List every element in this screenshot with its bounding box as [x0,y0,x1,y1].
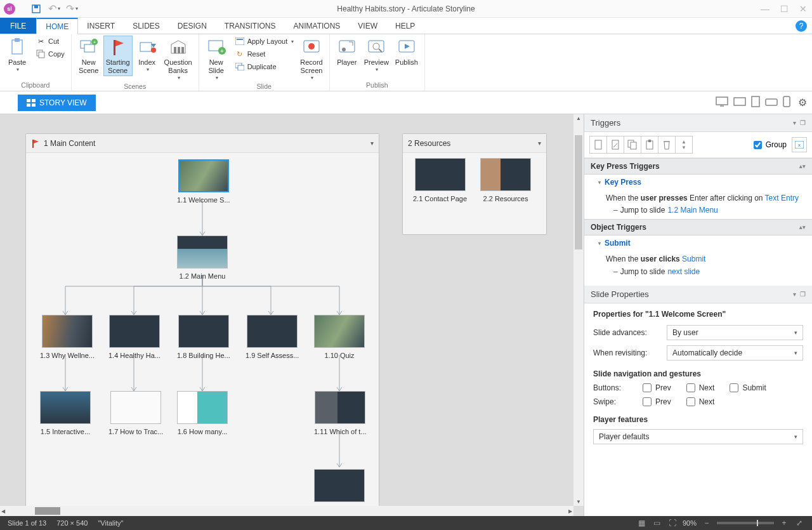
starting-scene-button[interactable]: Starting Scene [103,36,133,76]
slide-thumb[interactable]: 2.1 Contact Page [413,158,467,202]
move-trigger-button[interactable]: ▲▼ [675,136,693,154]
zoom-fit-icon[interactable]: ⤢ [794,519,804,527]
group-checkbox[interactable] [754,141,762,149]
trigger-submit[interactable]: ▾Submit [584,235,812,251]
slide-thumb[interactable]: 1.9 Self Assess... [246,315,299,359]
scene-menu-icon[interactable]: ▾ [370,140,374,147]
copy-button[interactable]: Copy [33,48,67,60]
delete-trigger-button[interactable] [658,136,676,154]
save-icon[interactable] [30,3,42,15]
buttons-prev-checkbox[interactable] [643,383,652,392]
scene-menu-icon[interactable]: ▾ [538,140,541,147]
preview-button[interactable]: Preview ▾ [362,36,391,74]
new-scene-button[interactable]: + New Scene [75,36,102,76]
slide-thumb[interactable]: 2.2 Resources [480,158,531,202]
edit-trigger-button[interactable] [606,136,624,154]
status-grid-icon[interactable]: ▦ [637,519,647,527]
tab-file[interactable]: FILE [0,18,36,34]
redo-icon[interactable]: ↷▾ [66,3,77,15]
device-tablet-landscape-icon[interactable] [733,97,746,109]
features-select[interactable]: Player defaults▾ [593,429,803,444]
close-button[interactable]: ✕ [797,4,809,14]
slide-thumbnail-image[interactable] [480,158,531,191]
zoom-slider[interactable] [717,522,774,524]
slide-thumb[interactable]: 1.6 How many... [177,391,228,435]
panel-menu-icon[interactable]: ▾ [793,291,796,298]
slide-thumbnail-image[interactable] [177,235,228,268]
slide-thumbnail-image[interactable] [247,315,298,348]
tab-home[interactable]: HOME [36,18,78,34]
slide-thumbnail-image[interactable] [40,391,91,424]
swipe-prev-checkbox[interactable] [643,397,652,406]
cut-button[interactable]: ✂Cut [33,36,67,47]
swipe-next-checkbox[interactable] [686,397,695,406]
apply-layout-button[interactable]: Apply Layout▾ [232,36,297,47]
slide-thumb[interactable]: 1.10 Quiz [314,315,365,359]
collapse-icon[interactable]: ▴▾ [799,163,806,169]
slide-thumbnail-image[interactable] [415,158,466,191]
question-banks-button[interactable]: Question Banks ▾ [162,36,195,83]
device-phone-landscape-icon[interactable] [765,97,778,109]
buttons-next-checkbox[interactable] [686,383,695,392]
device-phone-portrait-icon[interactable] [783,96,790,110]
index-button[interactable]: Index ▾ [134,36,160,74]
minimize-button[interactable]: ― [759,4,771,14]
revisiting-select[interactable]: Automatically decide▾ [667,345,803,361]
slide-thumbnail-image[interactable] [178,315,229,348]
slide-thumbnail-image[interactable] [315,391,365,424]
status-single-icon[interactable]: ▭ [652,519,662,527]
manage-variables-button[interactable]: x [792,137,807,152]
slide-thumb[interactable] [314,469,365,506]
slide-thumb[interactable]: 1.5 Interactive... [40,391,91,435]
slide-thumb[interactable]: 1.8 Building He... [177,315,230,359]
tab-slides[interactable]: SLIDES [124,18,169,34]
scrollbar-thumb[interactable] [35,507,60,515]
slide-thumbnail-image[interactable] [42,315,93,348]
scene-header[interactable]: 1 Main Content▾ [26,134,379,153]
settings-gear-icon[interactable]: ⚙ [798,96,807,109]
panel-restore-icon[interactable]: ❐ [800,291,806,298]
group-toggle[interactable]: Group [754,140,787,149]
help-icon[interactable]: ? [796,20,807,32]
zoom-in-icon[interactable]: + [779,519,789,527]
collapse-icon[interactable]: ▴▾ [799,224,806,230]
device-desktop-icon[interactable] [716,96,728,109]
slide-thumbnail-image[interactable] [314,469,365,502]
publish-button[interactable]: Publish [393,36,421,68]
advances-select[interactable]: By user▾ [667,325,803,340]
device-tablet-portrait-icon[interactable] [751,96,760,110]
zoom-out-icon[interactable]: − [702,519,712,527]
new-slide-button[interactable]: + New Slide ▾ [203,36,230,83]
panel-menu-icon[interactable]: ▾ [793,119,796,126]
tab-design[interactable]: DESIGN [169,18,216,34]
trigger-key-press[interactable]: ▾Key Press [584,175,812,190]
tab-help[interactable]: HELP [386,18,424,34]
tab-transitions[interactable]: TRANSITIONS [216,18,285,34]
trigger-key-body[interactable]: When the user presses Enter after clicki… [584,190,812,219]
slide-thumbnail-image[interactable] [178,159,229,192]
undo-icon[interactable]: ↶▾ [48,3,60,15]
duplicate-button[interactable]: Duplicate [232,61,297,72]
story-view-tab[interactable]: STORY VIEW [18,95,96,111]
key-press-section[interactable]: Key Press Triggers ▴▾ [584,158,812,175]
slide-thumb[interactable]: 1.2 Main Menu [177,235,228,280]
maximize-button[interactable]: ☐ [778,4,790,14]
panel-restore-icon[interactable]: ❐ [800,119,806,126]
player-button[interactable]: Player [334,36,360,68]
vertical-scrollbar[interactable]: ▲ ▼ [573,114,584,506]
slide-thumb[interactable]: 1.4 Healthy Ha... [108,315,160,359]
tab-view[interactable]: VIEW [349,18,386,34]
scene-card[interactable]: 2 Resources▾2.1 Contact Page2.2 Resource… [402,133,547,235]
paste-trigger-button[interactable] [641,136,658,154]
slide-thumbnail-image[interactable] [314,315,365,348]
object-triggers-section[interactable]: Object Triggers ▴▾ [584,219,812,235]
buttons-submit-checkbox[interactable] [730,383,738,392]
scene-header[interactable]: 2 Resources▾ [403,134,546,153]
scene-card[interactable]: 1 Main Content▾1.1 Welcome S...1.2 Main … [25,133,379,516]
scrollbar-thumb[interactable] [575,135,582,249]
new-trigger-button[interactable] [589,136,607,154]
horizontal-scrollbar[interactable]: ◀ ▶ [0,506,573,516]
slide-thumbnail-image[interactable] [177,391,228,424]
record-screen-button[interactable]: Record Screen ▾ [298,36,325,83]
slide-thumb[interactable]: 1.1 Welcome S... [177,159,230,204]
